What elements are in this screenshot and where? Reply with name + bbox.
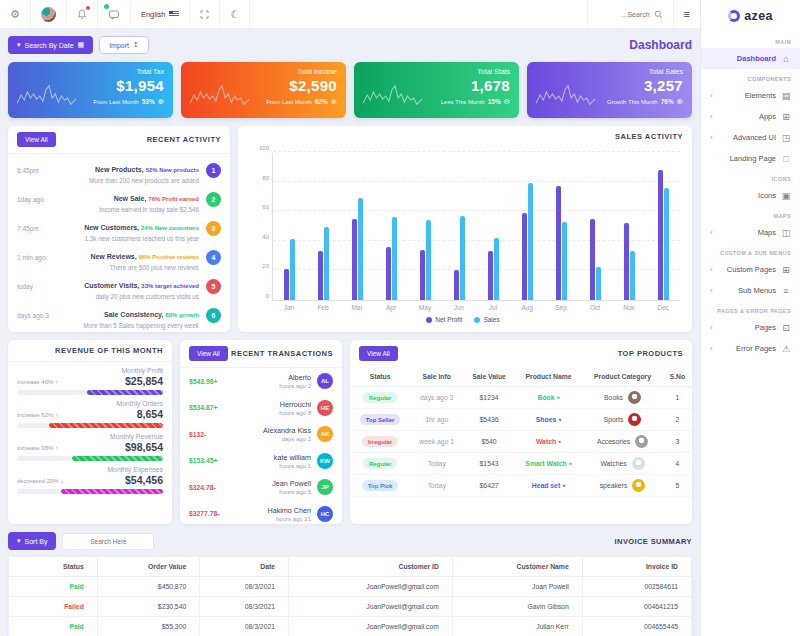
sale-value: $5436 <box>463 409 515 431</box>
arrow-up-icon: ↑ <box>55 379 58 385</box>
invoice-id: 004655445 <box>582 617 691 636</box>
category-name: Watches <box>600 460 626 467</box>
sale-info: week ago 1 <box>410 431 463 453</box>
bar-sales <box>290 239 295 300</box>
chevron-left-icon: ‹ <box>710 228 713 237</box>
stat-card-body: Total Stats1,678Less This Month15%⊖ <box>441 68 510 106</box>
sidebar-item-sub-menus[interactable]: ‹Sub Menus≡ <box>701 280 800 301</box>
chart-legend: Net ProfitSales <box>246 311 680 323</box>
search-input[interactable] <box>598 11 650 18</box>
dark-mode-button[interactable]: ☾ <box>220 0 250 28</box>
maps-icon: ◫ <box>781 228 791 238</box>
invoice-row: Failed$230,54008/3/2021JoanPowell@gmail.… <box>9 597 692 617</box>
activity-number-badge: 6 <box>206 308 221 323</box>
activity-number-badge: 2 <box>206 192 221 207</box>
bar-sales <box>426 220 431 300</box>
activity-list: 6:45pmNew Products, 52% New productsMore… <box>8 154 230 330</box>
bar-net-profit <box>590 219 595 300</box>
chart-bars <box>273 153 680 300</box>
sidebar-item-custom-pages[interactable]: ‹Custom Pages⊞ <box>701 259 800 280</box>
sidebar-item-maps[interactable]: ‹Maps◫ <box>701 222 800 243</box>
transaction-name: Alexandra Kiss <box>263 426 311 435</box>
sale-info: 1hr ago <box>410 409 463 431</box>
transaction-amount: $132- <box>189 431 206 438</box>
transaction-row: $3277.78-Hakimo Chenhours ago 21HC <box>189 501 333 525</box>
gridline <box>273 151 680 152</box>
products-view-all-button[interactable]: View All <box>359 346 398 361</box>
circle-minus-icon: ⊖ <box>504 97 510 106</box>
legend-item: Sales <box>474 316 499 323</box>
sidebar-section-label: CUSTOM & SUB MENUS <box>701 243 800 259</box>
status-badge: Top Pick <box>362 480 399 491</box>
sparkline-icon <box>16 81 78 111</box>
import-label: Import <box>109 42 129 49</box>
brand[interactable]: azea <box>701 0 800 32</box>
sale-info: days ago 3 <box>410 387 463 409</box>
sidebar-item-label: Advanced UI <box>733 133 776 142</box>
revenue-change: increase 40%↑ <box>17 379 58 387</box>
x-axis-label: Oct <box>578 304 612 311</box>
bar-group <box>578 153 612 300</box>
products-column-header: Product Category <box>582 367 663 387</box>
sidebar-nav: MAINDashboard⌂COMPONENTS‹Elements▤‹Apps⊞… <box>701 32 800 359</box>
landing-page-icon: □ <box>781 154 791 164</box>
bar-net-profit <box>556 186 561 300</box>
revenue-list: increase 40%↑Monthly Profit$25,854increa… <box>8 367 172 494</box>
sidebar-item-landing-page[interactable]: Landing Page□ <box>701 148 800 169</box>
sort-by-button[interactable]: ▾ Sort By <box>8 532 56 550</box>
invoice-table-card: StatusOrder ValueDateCustomer IDCustomer… <box>8 556 692 636</box>
stat-card-body: Total Tax$1,954From Last Month53%⊕ <box>93 68 164 106</box>
menu-button[interactable]: ≡ <box>674 0 700 28</box>
stat-sub: From Last Month62%⊕ <box>266 97 337 106</box>
transaction-amount: $3277.78- <box>189 510 220 517</box>
invoice-search-input[interactable] <box>62 533 154 550</box>
sidebar-item-advanced-ui[interactable]: ‹Advanced UI◳ <box>701 127 800 148</box>
product-row: Irregularweek ago 1$540Watch●Accesories3 <box>350 431 692 453</box>
sidebar-item-label: Icons <box>758 191 776 200</box>
chart-months: JanFebMarAprMayJunJulAugSepOctNovDec <box>272 301 680 311</box>
notifications-button[interactable] <box>67 0 98 28</box>
transactions-view-all-button[interactable]: View All <box>189 346 228 361</box>
arrow-up-icon: ↑ <box>55 445 58 451</box>
sidebar-item-error-pages[interactable]: ‹Error Pages⚠ <box>701 338 800 359</box>
product-image <box>632 479 645 492</box>
sidebar-item-dashboard[interactable]: Dashboard⌂ <box>701 48 800 69</box>
fullscreen-button[interactable] <box>190 0 220 28</box>
invoice-status: Failed <box>9 597 98 617</box>
revenue-value: $54,456 <box>107 474 163 486</box>
sidebar-section-label: ICONS <box>701 169 800 185</box>
activity-item: 7:45pmNew Customers, 24% New customers1.… <box>17 214 221 243</box>
sidebar-item-label: Landing Page <box>730 154 776 163</box>
sales-activity-card: SALES ACTIVITY 020406080100 JanFebMarApr… <box>238 126 692 332</box>
settings-button[interactable]: ⚙ <box>0 0 31 28</box>
invoice-summary-title: INVOICE SUMMARY <box>615 537 692 546</box>
stat-value: 3,257 <box>607 77 683 94</box>
sidebar-item-pages[interactable]: ‹Pages⊡ <box>701 317 800 338</box>
sidebar-item-apps[interactable]: ‹Apps⊞ <box>701 106 800 127</box>
page-title: Dashboard <box>629 38 692 52</box>
revenue-item: increase 40%↑Monthly Profit$25,854 <box>17 367 163 395</box>
bar-net-profit <box>318 251 323 300</box>
sidebar-item-label: Sub Menus <box>738 286 776 295</box>
activity-view-all-button[interactable]: View All <box>17 132 56 147</box>
sidebar-item-icons[interactable]: Icons▣ <box>701 185 800 206</box>
stat-sub: Growth This Month76%⊕ <box>607 97 683 106</box>
search-by-date-button[interactable]: ▾ Search By Date ▦ <box>8 36 93 54</box>
messages-button[interactable] <box>98 0 131 28</box>
import-button[interactable]: Import ↥ <box>99 36 149 54</box>
language-selector[interactable]: English <box>131 0 191 28</box>
sales-activity-title: SALES ACTIVITY <box>615 132 683 141</box>
invoice-column-header: Order Value <box>97 557 199 577</box>
bar-group <box>612 153 646 300</box>
apps-icon: ⊞ <box>781 112 791 122</box>
sidebar-item-label: Dashboard <box>737 54 776 63</box>
sidebar-item-elements[interactable]: ‹Elements▤ <box>701 85 800 106</box>
brand-logo-icon <box>728 10 740 22</box>
chevron-left-icon: ‹ <box>710 286 713 295</box>
profile-button[interactable] <box>31 0 67 28</box>
customer-name: Joan Powell <box>452 577 582 597</box>
page-toolbar: ▾ Search By Date ▦ Import ↥ Dashboard <box>8 36 692 54</box>
bar-net-profit <box>658 170 663 300</box>
x-axis-label: Mar <box>340 304 374 311</box>
bar-net-profit <box>352 219 357 300</box>
